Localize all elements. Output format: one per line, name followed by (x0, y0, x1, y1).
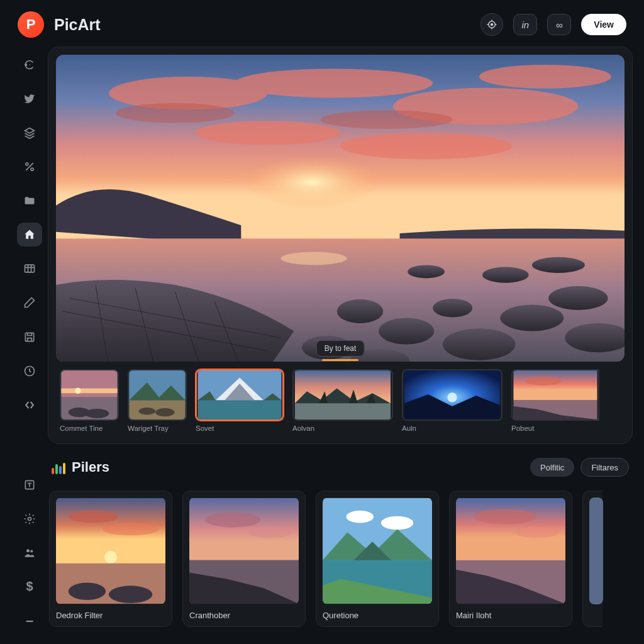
svg-point-56 (69, 511, 118, 523)
text-icon (23, 479, 36, 491)
filter-preview (56, 497, 165, 604)
svg-point-57 (103, 523, 158, 536)
target-icon-button[interactable] (480, 13, 503, 36)
sidebar-item-adjust[interactable] (17, 155, 42, 179)
header-button-1-label: in (522, 19, 530, 30)
svg-point-33 (532, 257, 585, 273)
sidebar-item-save[interactable] (17, 325, 42, 349)
layers-icon (23, 126, 36, 139)
clock-icon (23, 365, 36, 377)
thumb-image (129, 370, 186, 419)
sidebar-item-minimize[interactable]: – (17, 609, 42, 633)
svg-point-27 (443, 328, 516, 360)
thumb-image (197, 370, 282, 419)
svg-point-15 (235, 69, 433, 97)
filter-label: Mairi Iloht (456, 611, 565, 620)
thumb-label: Auln (402, 425, 502, 432)
filters-tab-1-label: Polfitic (540, 463, 564, 472)
thumbnail-item[interactable]: Aolvan (292, 369, 393, 432)
svg-point-44 (139, 408, 156, 414)
svg-point-2 (25, 64, 27, 66)
svg-point-64 (248, 526, 292, 538)
sidebar-item-pricing[interactable]: $ (17, 575, 42, 599)
filter-card[interactable] (582, 491, 602, 627)
thumbnail-item[interactable]: Commet Tine (60, 369, 119, 432)
svg-point-21 (320, 110, 452, 128)
sidebar-item-layers[interactable] (17, 121, 42, 145)
logo-letter: P (26, 16, 36, 33)
sidebar-item-collapse[interactable] (17, 393, 42, 417)
gear-icon (23, 513, 36, 525)
canvas-caption-text: By to feat (325, 344, 357, 353)
svg-rect-52 (513, 370, 597, 401)
svg-point-25 (379, 318, 434, 344)
svg-point-41 (85, 409, 109, 418)
filters-tab-2-label: Filtares (591, 463, 618, 472)
filters-title: Pilers (72, 459, 524, 475)
sidebar-item-edit[interactable] (17, 291, 42, 314)
svg-point-53 (525, 377, 561, 385)
sidebar-item-grid[interactable] (17, 257, 42, 280)
svg-point-18 (340, 133, 512, 159)
app-title: PicArt (54, 16, 470, 34)
svg-point-29 (548, 286, 608, 310)
thumb-label: Pobeut (511, 425, 599, 432)
filters-icon (52, 460, 65, 474)
svg-point-4 (31, 168, 33, 170)
header-button-2[interactable]: ∞ (547, 14, 571, 35)
thumbnail-item[interactable]: Wariget Tray (128, 369, 187, 432)
svg-point-51 (447, 392, 457, 402)
svg-rect-47 (197, 401, 281, 419)
sidebar-item-settings[interactable] (17, 507, 42, 531)
thumbnail-item[interactable]: Pobeut (511, 369, 599, 432)
svg-point-63 (205, 513, 261, 528)
thumbnail-item[interactable]: Auln (402, 369, 502, 432)
filter-preview (323, 497, 432, 604)
canvas-card: By to feat Commet Tine Wariget Tray (48, 47, 633, 444)
filter-card[interactable]: Dedrok Filter (49, 491, 172, 627)
sidebar-item-history[interactable] (17, 359, 42, 383)
thumb-image (513, 370, 598, 419)
svg-rect-6 (25, 333, 33, 341)
thumb-label: Aolvan (292, 425, 393, 432)
svg-rect-74 (589, 497, 603, 604)
sidebar-item-text[interactable] (17, 473, 42, 497)
thumbnail-item-selected[interactable]: Sovet (196, 369, 284, 432)
filter-preview (189, 497, 299, 604)
sidebar-item-broadcast[interactable] (17, 53, 42, 77)
filter-label: Cranthober (189, 611, 299, 620)
filter-preview (589, 497, 603, 604)
header-button-2-label: ∞ (556, 19, 563, 30)
thumb-label: Sovet (196, 425, 284, 432)
svg-point-60 (69, 582, 106, 600)
svg-point-58 (104, 551, 117, 564)
svg-point-72 (515, 526, 558, 538)
sidebar-item-share[interactable] (17, 87, 42, 111)
svg-rect-5 (25, 265, 35, 273)
svg-point-20 (116, 103, 235, 123)
filters-tab-1[interactable]: Polfitic (530, 458, 574, 477)
svg-point-19 (479, 65, 611, 89)
svg-point-23 (280, 252, 347, 265)
svg-rect-36 (61, 370, 117, 397)
thumbnail-strip: Commet Tine Wariget Tray Sovet Aolvan (56, 368, 625, 436)
filters-header: Pilers Polfitic Filtares (48, 458, 633, 477)
svg-point-71 (475, 509, 537, 525)
svg-point-10 (26, 549, 30, 552)
filters-tab-2[interactable]: Filtares (580, 458, 629, 477)
broadcast-icon (23, 58, 36, 71)
sidebar-item-folder[interactable] (17, 189, 42, 213)
sidebar-item-people[interactable] (17, 541, 42, 565)
filter-card[interactable]: Mairi Iloht (449, 491, 572, 627)
grid-icon (23, 262, 36, 275)
sidebar-item-home[interactable] (17, 223, 42, 247)
filter-card[interactable]: Quretione (316, 491, 439, 627)
filter-card[interactable]: Cranthober (182, 491, 306, 627)
svg-rect-49 (295, 403, 391, 419)
svg-point-9 (28, 517, 31, 520)
filter-label: Dedrok Filter (56, 611, 165, 620)
view-button[interactable]: View (581, 14, 626, 35)
filter-preview (456, 497, 565, 604)
header-button-1[interactable]: in (513, 14, 537, 35)
canvas-frame[interactable]: By to feat (56, 55, 625, 362)
